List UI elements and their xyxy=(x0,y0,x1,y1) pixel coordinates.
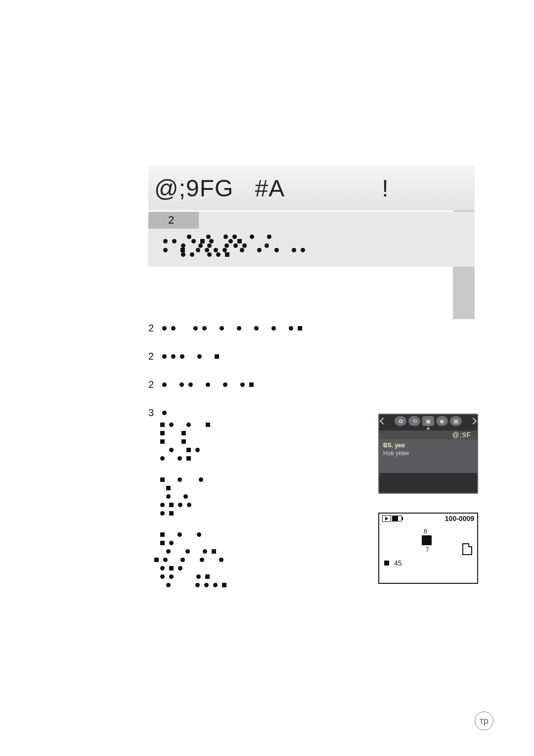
page-number-text: тр xyxy=(480,716,489,726)
camera-menu-screen: ✿ ⟲ ▣ ◉ ▦ ▲ @;9F ВS. уев Нов уевм xyxy=(378,414,478,494)
menu-row[interactable]: Нов уевм xyxy=(383,449,473,457)
camera-tabs: ✿ ⟲ ▣ ◉ ▦ xyxy=(395,416,462,426)
body-lines: 2 2 2 3 xyxy=(148,319,307,591)
preview-black-square xyxy=(422,535,432,545)
body-line-4: 3 xyxy=(148,407,307,419)
tab-icon-4[interactable]: ◉ xyxy=(436,416,448,426)
playback-icon xyxy=(382,515,391,522)
line-num: 2 xyxy=(148,351,157,362)
page-number: тр xyxy=(475,711,493,730)
camera-menu-title: @;9F xyxy=(379,430,477,439)
preview-window: 100-0009 6 7 45 xyxy=(378,513,478,584)
tab-pointer-icon: ▲ xyxy=(379,425,477,430)
camera-menu-body: ВS. уев Нов уевм xyxy=(379,439,477,473)
line-num: 2 xyxy=(148,323,157,334)
tab-icon-3[interactable]: ▣ xyxy=(422,416,434,426)
preview-body: 6 7 xyxy=(379,523,477,559)
body-line-1: 2 xyxy=(148,323,307,334)
info-header: 2 xyxy=(148,212,199,229)
preview-footer: 45 xyxy=(379,559,477,567)
tab-icon-5[interactable]: ▦ xyxy=(450,416,462,426)
menu-row-selected[interactable]: ВS. уев xyxy=(383,441,473,449)
preview-num-top: 6 xyxy=(424,527,427,535)
left-arrow-icon[interactable] xyxy=(380,418,387,425)
preview-num-bottom: 7 xyxy=(426,546,429,553)
info-dots xyxy=(148,235,475,257)
preview-header: 100-0009 xyxy=(379,514,477,523)
image-code: 100-0009 xyxy=(445,515,474,522)
body-line-3: 2 xyxy=(148,379,307,390)
title-mid: #A xyxy=(255,175,283,201)
body-line-2: 2 xyxy=(148,351,307,362)
title-left: @;9FG xyxy=(154,175,233,201)
info-header-number: 2 xyxy=(168,214,174,226)
page-fold-icon xyxy=(462,543,472,555)
line-num: 3 xyxy=(148,407,157,419)
camera-menu-footer xyxy=(379,473,477,483)
tab-icon-1[interactable]: ✿ xyxy=(395,416,406,426)
page-title-band: @;9FG #A ! xyxy=(148,166,475,210)
info-block: 2 xyxy=(148,212,475,267)
tab-icon-2[interactable]: ⟲ xyxy=(408,416,420,426)
page-title: @;9FG #A ! xyxy=(148,175,389,202)
right-arrow-icon[interactable] xyxy=(470,418,477,425)
marker-square-icon xyxy=(384,561,389,566)
line-num: 2 xyxy=(148,379,157,390)
title-end: ! xyxy=(382,175,389,201)
page: @;9FG #A ! 2 xyxy=(0,0,534,756)
camera-tab-row: ✿ ⟲ ▣ ◉ ▦ xyxy=(379,415,477,426)
battery-icon xyxy=(392,516,402,521)
footer-number: 45 xyxy=(394,559,402,567)
